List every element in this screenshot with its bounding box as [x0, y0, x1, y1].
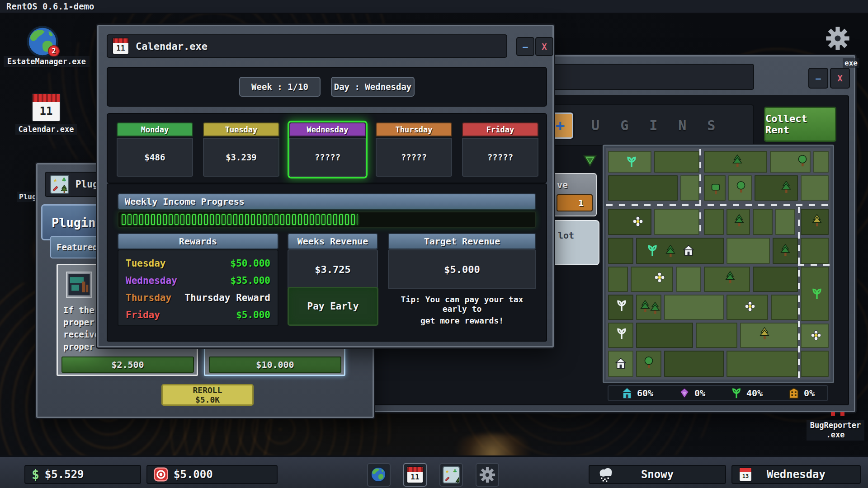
map-parcel[interactable] — [636, 351, 661, 377]
desktop-icon-label-settings-fragment[interactable]: exe — [843, 58, 859, 68]
map-parcel[interactable] — [770, 151, 811, 173]
map-parcel[interactable] — [704, 209, 724, 235]
bug-icon — [831, 412, 844, 416]
close-button[interactable]: X — [830, 68, 850, 89]
weeks-revenue-header: Weeks Revenue — [288, 233, 378, 249]
map-parcel[interactable] — [680, 175, 699, 201]
minimize-button[interactable]: – — [516, 37, 534, 56]
plugin-price-button[interactable]: $10.000 — [209, 357, 341, 373]
calendar-window-titlebar[interactable]: 11 Calendar.exe — [107, 34, 507, 58]
map-parcel[interactable] — [608, 209, 651, 235]
desktop-icon-settings[interactable] — [826, 26, 850, 51]
progress-segment — [222, 214, 226, 225]
tree-icon — [452, 475, 458, 482]
week-indicator[interactable]: Week : 1/10 — [239, 77, 321, 97]
map-parcel[interactable] — [654, 209, 699, 235]
calendar-icon: 11 — [406, 466, 424, 483]
weeks-revenue-value: $3.725 — [288, 249, 378, 289]
map-parcel[interactable] — [775, 209, 795, 235]
day-card-friday[interactable]: Friday ????? — [462, 122, 538, 177]
map-parcel[interactable] — [801, 267, 829, 321]
day-card-thursday[interactable]: Thursday ????? — [376, 122, 452, 177]
map-parcel[interactable] — [728, 175, 752, 201]
map-parcel[interactable] — [664, 351, 724, 377]
desktop-icon-calendar[interactable]: 11 — [32, 93, 61, 122]
reroll-button[interactable]: REROLL $5.0K — [161, 384, 254, 406]
map-parcel[interactable] — [608, 175, 678, 201]
map-parcel[interactable] — [704, 175, 726, 201]
day-card-wednesday[interactable]: Wednesday ????? — [289, 122, 366, 177]
minimize-button[interactable]: – — [808, 68, 828, 89]
map-parcel[interactable] — [654, 151, 699, 173]
map-parcel[interactable] — [608, 323, 633, 348]
desktop-icon-estatemanager[interactable]: 2 — [26, 25, 59, 58]
map-parcel[interactable] — [704, 151, 767, 173]
clover-icon: ♣ — [453, 468, 457, 474]
tax-icon — [154, 467, 168, 482]
map-parcel[interactable] — [608, 295, 633, 320]
collect-rent-button[interactable]: Collect Rent — [764, 107, 836, 142]
desktop-icon-label-bugreporter[interactable]: BugReporter .exe — [807, 420, 864, 441]
progress-segment — [316, 214, 320, 225]
map-parcel[interactable] — [773, 238, 798, 264]
map-parcel[interactable] — [608, 267, 628, 292]
tax-value: $5.000 — [174, 468, 213, 481]
map-parcel[interactable] — [726, 295, 768, 320]
map-stats-bar: 60% 0% 40% 0% — [608, 385, 828, 401]
map-parcel[interactable] — [631, 267, 673, 292]
reward-day: Tuesday — [126, 258, 166, 269]
map-parcel[interactable] — [608, 151, 651, 173]
map-parcel[interactable] — [608, 351, 633, 377]
map-parcel[interactable] — [636, 323, 693, 348]
map-parcel[interactable] — [704, 267, 750, 292]
road-dashes — [606, 204, 830, 206]
day-card-monday[interactable]: Monday $486 — [117, 122, 193, 177]
star-icon: ★ — [53, 177, 57, 183]
pine-icon — [811, 214, 822, 227]
taskbar-pluginlibrary-button[interactable]: ★ ♣ — [439, 463, 463, 487]
map-parcel[interactable] — [801, 175, 829, 201]
map-parcel[interactable] — [801, 351, 829, 377]
day-card-header: Wednesday — [289, 122, 366, 136]
day-indicator[interactable]: Day : Wednesday — [331, 77, 415, 97]
map-parcel[interactable] — [753, 267, 798, 292]
map-parcel[interactable] — [636, 295, 661, 320]
map-parcel[interactable] — [801, 238, 829, 264]
money-icon: $ — [32, 467, 39, 482]
map-parcel[interactable] — [771, 295, 798, 320]
map-parcel[interactable] — [696, 323, 737, 348]
map-parcel[interactable] — [755, 175, 798, 201]
close-button[interactable]: X — [535, 37, 553, 56]
desktop-icon-label-calendar[interactable]: Calendar.exe — [15, 124, 77, 135]
map-parcel[interactable] — [726, 209, 750, 235]
progress-segment — [251, 214, 255, 225]
pine-icon — [732, 155, 743, 167]
filter-funnel-icon[interactable] — [583, 155, 597, 167]
map-parcel[interactable] — [726, 351, 798, 377]
target-revenue-value: $5.000 — [388, 249, 536, 289]
progress-segment — [216, 214, 220, 225]
map-parcel[interactable] — [726, 238, 770, 264]
reward-row: Wednesday $35.000 — [118, 272, 278, 289]
tree-icon — [61, 185, 68, 193]
day-card-tuesday[interactable]: Tuesday $3.239 — [203, 122, 279, 177]
map-parcel[interactable] — [664, 295, 724, 320]
plugin-price-button[interactable]: $2.500 — [61, 357, 194, 373]
map-parcel[interactable] — [801, 324, 829, 348]
map-parcel[interactable] — [636, 238, 724, 264]
weekday-indicator: 13 Wednesday — [731, 465, 861, 484]
desktop-icon-label-estatemanager[interactable]: EstateManager.exe — [4, 56, 90, 67]
taskbar-calendar-button[interactable]: 11 — [403, 463, 427, 487]
map-parcel[interactable] — [801, 209, 829, 235]
pine-icon — [665, 245, 676, 258]
reroll-cost: $5.0K — [195, 395, 220, 404]
taskbar-estatemanager-button[interactable] — [367, 463, 391, 487]
taskbar-settings-button[interactable] — [476, 463, 499, 487]
map-parcel[interactable] — [813, 151, 829, 173]
pay-early-button[interactable]: Pay Early — [288, 287, 378, 326]
map-parcel[interactable] — [740, 323, 798, 348]
map-parcel[interactable] — [608, 238, 633, 264]
map-parcel[interactable] — [753, 209, 773, 235]
active-count-button[interactable]: 1 — [557, 194, 593, 211]
map-parcel[interactable] — [676, 267, 701, 292]
